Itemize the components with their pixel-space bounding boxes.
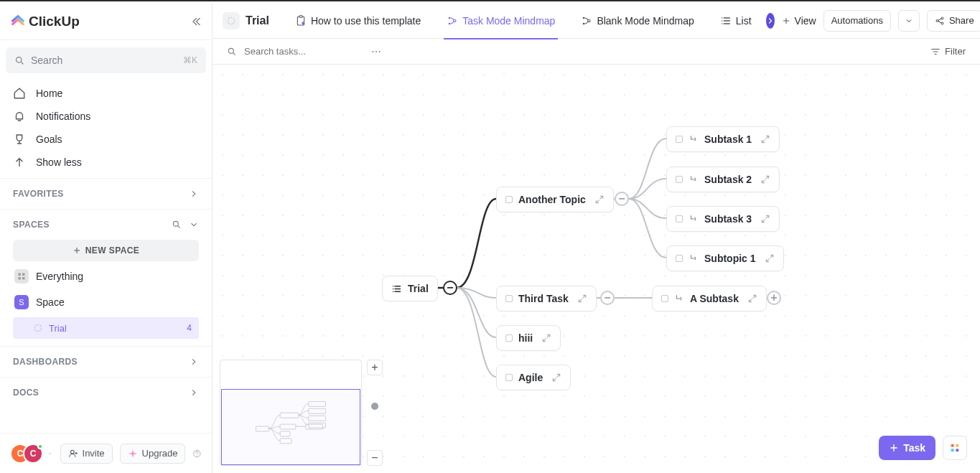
mindmap-icon <box>581 15 592 27</box>
zoom-in-button[interactable]: + <box>367 360 383 375</box>
everything-row[interactable]: Everything <box>13 266 199 287</box>
help-icon[interactable] <box>192 446 202 461</box>
expand-icon[interactable] <box>760 134 770 144</box>
add-child-button[interactable]: + <box>767 291 781 305</box>
grid-icon <box>17 272 26 281</box>
chevron-right-icon[interactable] <box>189 189 199 199</box>
chevron-right-icon <box>766 17 775 25</box>
mindmap-node-another-topic[interactable]: Another Topic <box>496 187 614 212</box>
sidebar: ClickUp Search ⌘K Home Notifications Goa… <box>0 3 213 473</box>
more-icon[interactable] <box>370 46 382 57</box>
zoom-slider[interactable] <box>374 380 375 446</box>
mindmap-icon <box>447 15 458 27</box>
svg-point-0 <box>17 57 22 62</box>
zoom-handle[interactable] <box>371 403 378 410</box>
collapse-node-button[interactable]: − <box>600 291 615 305</box>
sidebar-search[interactable]: Search ⌘K <box>6 47 206 73</box>
collapse-node-button[interactable]: − <box>615 192 629 206</box>
docs-heading: DOCS <box>13 388 39 398</box>
mindmap-node-a-subtask[interactable]: A Subtask <box>652 286 767 312</box>
apps-icon <box>949 442 961 454</box>
nav-notifications[interactable]: Notifications <box>6 105 206 128</box>
share-button[interactable]: Share <box>927 10 980 32</box>
nav-arrow-button[interactable] <box>766 13 775 29</box>
node-label: Subtask 1 <box>704 134 752 145</box>
upgrade-button[interactable]: Upgrade <box>120 444 186 464</box>
spaces-heading: SPACES <box>13 220 50 230</box>
filter-button[interactable]: Filter <box>930 46 966 57</box>
expand-icon[interactable] <box>541 333 551 343</box>
dashboards-heading: DASHBOARDS <box>13 357 78 367</box>
mindmap-node-subtask-2[interactable]: Subtask 2 <box>666 167 780 192</box>
nav-home[interactable]: Home <box>6 82 206 105</box>
expand-icon[interactable] <box>551 373 561 383</box>
nav-show-less[interactable]: Show less <box>6 151 206 174</box>
zoom-out-button[interactable]: − <box>367 450 383 466</box>
nav-label: Show less <box>36 156 82 168</box>
minimap-viewport[interactable] <box>221 389 360 465</box>
search-spaces-icon[interactable] <box>172 220 182 230</box>
tab-list[interactable]: List <box>710 3 762 39</box>
automations-button[interactable]: Automations <box>823 10 891 32</box>
mindmap-node-third-task[interactable]: Third Task <box>496 286 597 312</box>
list-icon <box>391 284 402 294</box>
upgrade-label: Upgrade <box>142 448 178 459</box>
invite-button[interactable]: Invite <box>60 444 113 464</box>
task-search-input[interactable] <box>244 46 359 57</box>
mindmap-node-agile[interactable]: Agile <box>496 365 571 390</box>
new-space-button[interactable]: NEW SPACE <box>13 240 199 261</box>
trophy-icon <box>13 133 26 146</box>
svg-rect-11 <box>299 15 302 17</box>
expand-icon[interactable] <box>760 214 770 224</box>
invite-icon <box>68 449 78 459</box>
expand-icon[interactable] <box>594 195 605 205</box>
node-label: hiii <box>518 332 533 344</box>
search-placeholder: Search <box>31 55 62 66</box>
new-task-fab[interactable]: Task <box>879 436 935 460</box>
automations-label: Automations <box>831 15 883 26</box>
tab-label: How to use this template <box>311 15 421 27</box>
chevron-down-icon[interactable] <box>189 220 199 230</box>
expand-icon[interactable] <box>760 174 770 184</box>
subtask-icon <box>674 294 684 304</box>
clickup-logo-icon <box>10 14 26 29</box>
tab-how-to-use[interactable]: How to use this template <box>285 3 431 39</box>
space-row[interactable]: S Space <box>13 291 199 313</box>
svg-point-12 <box>302 22 304 24</box>
everything-label: Everything <box>36 271 83 282</box>
tab-blank-mode-mindmap[interactable]: Blank Mode Mindmap <box>571 3 704 39</box>
chevron-right-icon[interactable] <box>189 357 199 367</box>
svg-point-16 <box>583 17 585 19</box>
mindmap-node-hiii[interactable]: hiii <box>496 325 561 351</box>
list-loading-icon <box>226 16 236 26</box>
user-avatars[interactable]: C C <box>10 444 43 464</box>
svg-point-17 <box>583 22 585 24</box>
mindmap-root-node[interactable]: Trial <box>382 276 438 301</box>
chevron-right-icon[interactable] <box>189 388 199 398</box>
minimap[interactable] <box>220 360 362 466</box>
new-space-label: NEW SPACE <box>85 245 139 256</box>
svg-rect-38 <box>951 449 954 451</box>
mindmap-canvas[interactable]: Trial − Another Topic − Third Task − hii… <box>213 65 980 473</box>
automations-dropdown[interactable] <box>898 10 920 32</box>
list-title[interactable]: Trial <box>223 12 279 29</box>
mindmap-node-subtopic-1[interactable]: Subtopic 1 <box>666 245 784 271</box>
nav-goals[interactable]: Goals <box>6 128 206 151</box>
expand-icon[interactable] <box>747 294 757 304</box>
node-label: A Subtask <box>690 293 739 304</box>
nav-label: Goals <box>36 134 62 145</box>
apps-fab[interactable] <box>943 436 967 460</box>
node-label: Subtask 3 <box>704 213 752 225</box>
add-view-button[interactable]: View <box>775 3 823 39</box>
collapse-sidebar-icon[interactable] <box>189 15 202 28</box>
expand-icon[interactable] <box>765 253 775 263</box>
mindmap-node-subtask-1[interactable]: Subtask 1 <box>666 126 780 152</box>
collapse-node-button[interactable]: − <box>443 281 457 295</box>
chevron-down-icon[interactable] <box>47 449 53 458</box>
tab-task-mode-mindmap[interactable]: Task Mode Mindmap <box>437 3 565 39</box>
app-logo[interactable]: ClickUp <box>10 14 80 29</box>
list-row-trial[interactable]: Trial 4 <box>13 317 199 339</box>
expand-icon[interactable] <box>577 294 587 304</box>
dashboards-section: DASHBOARDS <box>0 347 212 378</box>
mindmap-node-subtask-3[interactable]: Subtask 3 <box>666 206 780 232</box>
